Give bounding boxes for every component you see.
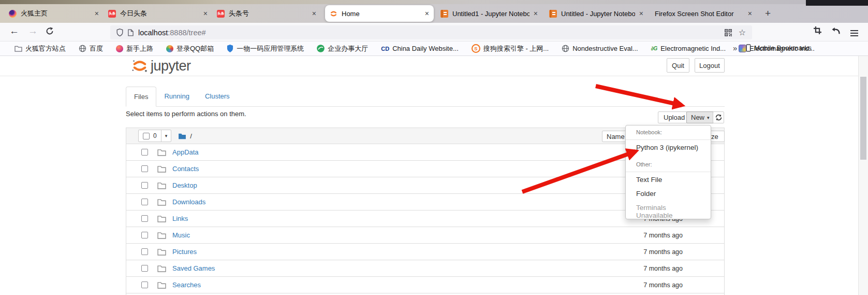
select-dropdown-button[interactable]: ▾	[161, 130, 171, 142]
refresh-button[interactable]	[713, 111, 724, 123]
file-link[interactable]: Searches	[172, 281, 201, 289]
file-link[interactable]: Downloads	[172, 198, 205, 206]
row-checkbox[interactable]	[141, 199, 148, 205]
breadcrumb-folder-icon[interactable]	[178, 133, 186, 139]
bookmark-item[interactable]: 火狐官方站点	[14, 44, 66, 53]
menu-header-other: Other:	[626, 160, 711, 170]
logout-button[interactable]: Logout	[695, 58, 725, 73]
caret-down-icon: ▾	[165, 133, 168, 138]
row-checkbox[interactable]	[141, 215, 148, 222]
row-checkbox[interactable]	[141, 182, 148, 189]
quit-button[interactable]: Quit	[667, 58, 689, 73]
jupyter-tab-strip: Files Running Clusters	[126, 87, 725, 107]
browser-tab-untitled[interactable]: Untitled - Jupyter Notebook ×	[545, 5, 648, 22]
green-portal-icon	[317, 45, 325, 52]
mobile-bookmarks[interactable]: Mobile Bookmarks	[746, 44, 812, 52]
toutiao-favicon: 头条	[108, 10, 116, 18]
menu-icon[interactable]	[850, 29, 858, 38]
bookmark-item[interactable]: Nondestructive Eval...	[562, 45, 638, 52]
back-icon[interactable]: ←	[9, 26, 19, 36]
menu-item-folder[interactable]: Folder	[626, 188, 711, 202]
scrollbar-thumb[interactable]	[860, 77, 866, 160]
browser-tab-firefox-home[interactable]: 火狐主页 ×	[4, 5, 104, 22]
selected-count: 0	[153, 132, 157, 139]
bookmark-item[interactable]: 一物一码应用管理系统	[227, 44, 304, 53]
file-link[interactable]: Saved Games	[172, 264, 215, 272]
folder-icon	[14, 45, 22, 52]
jupyter-logo[interactable]: jupyter	[131, 57, 191, 75]
close-icon[interactable]: ×	[639, 10, 643, 17]
row-checkbox[interactable]	[141, 265, 148, 272]
bookmark-item[interactable]: 登录QQ邮箱	[166, 44, 214, 53]
qq-mail-icon	[166, 45, 173, 52]
row-checkbox[interactable]	[141, 248, 148, 255]
folder-icon	[157, 199, 166, 206]
file-link[interactable]: Music	[172, 231, 190, 239]
menu-item-text-file[interactable]: Text File	[626, 174, 711, 188]
firefox-favicon	[9, 10, 17, 18]
url-path: :8888/tree#	[168, 29, 205, 37]
menu-divider	[626, 172, 711, 172]
bookmark-item[interactable]: 百度	[79, 44, 103, 53]
file-link[interactable]: AppData	[172, 148, 199, 156]
row-checkbox[interactable]	[141, 232, 148, 238]
reload-icon[interactable]	[46, 27, 54, 35]
page-scrollbar[interactable]	[858, 56, 868, 295]
browser-tab-screenshot-editor[interactable]: Firefox Screen Shot Editor ×	[650, 5, 757, 22]
close-icon[interactable]: ×	[312, 10, 316, 17]
close-icon[interactable]: ×	[95, 10, 99, 17]
phone-icon	[746, 44, 751, 52]
file-link[interactable]: Desktop	[172, 181, 197, 189]
bookmarks-overflow-icon[interactable]: »	[733, 44, 737, 52]
jupyter-favicon	[330, 10, 337, 18]
close-icon[interactable]: ×	[534, 10, 538, 17]
bookmark-item[interactable]: 企业办事大厅	[317, 44, 368, 53]
undo-icon[interactable]	[831, 27, 841, 35]
new-tab-icon[interactable]: +	[765, 8, 771, 19]
row-checkbox[interactable]	[141, 282, 148, 288]
firefox-getting-started-icon	[116, 45, 123, 52]
menu-item-python3[interactable]: Python 3 (ipykernel)	[626, 142, 711, 156]
notebook-favicon	[549, 10, 557, 18]
tab-title: 头条号	[229, 9, 308, 18]
close-icon[interactable]: ×	[748, 10, 752, 17]
qr-code-icon[interactable]	[725, 29, 732, 36]
upload-button[interactable]: Upload	[658, 111, 690, 123]
close-icon[interactable]: ×	[425, 10, 429, 17]
row-checkbox[interactable]	[141, 165, 148, 172]
og-icon: ∂G	[651, 46, 658, 51]
bookmark-item[interactable]: 新手上路	[116, 44, 153, 53]
last-modified: 7 months ago	[643, 248, 683, 256]
folder-icon	[157, 165, 166, 173]
file-link[interactable]: Links	[172, 215, 188, 222]
browser-tab-untitled1[interactable]: Untitled1 - Jupyter Notebook ×	[436, 5, 542, 22]
file-link[interactable]: Pictures	[172, 248, 197, 256]
browser-tab-toutiaohao[interactable]: 头条 头条号 ×	[212, 5, 321, 22]
new-button[interactable]: New ▾	[686, 111, 714, 123]
page-icon	[128, 29, 134, 36]
select-all-checkbox[interactable]	[143, 133, 150, 139]
bookmark-star-icon[interactable]: ☆	[739, 29, 746, 37]
breadcrumb-path: /	[190, 132, 192, 140]
toutiao-favicon: 头条	[217, 10, 225, 18]
file-link[interactable]: Contacts	[172, 165, 199, 173]
bookmark-item[interactable]: ∂G Electromagnetic Ind...	[651, 45, 726, 52]
close-icon[interactable]: ×	[203, 10, 208, 17]
browser-tab-toutiao[interactable]: 头条 今日头条 ×	[104, 5, 212, 22]
caret-down-icon: ▾	[707, 115, 710, 120]
globe-icon	[562, 45, 569, 52]
row-checkbox[interactable]	[141, 149, 148, 156]
table-row: Pictures 7 months ago	[126, 244, 725, 260]
screenshot-crop-icon[interactable]	[814, 26, 821, 34]
site-shield-icon[interactable]	[116, 29, 123, 36]
bookmark-item[interactable]: S 搜狗搜索引擎 - 上网...	[472, 44, 549, 53]
tab-clusters[interactable]: Clusters	[197, 87, 238, 106]
url-bar[interactable]: localhost :8888/tree# ☆	[110, 25, 752, 39]
last-modified: 7 months ago	[643, 282, 683, 289]
menu-header-notebook: Notebook:	[626, 128, 711, 137]
tab-files[interactable]: Files	[126, 87, 156, 107]
tab-running[interactable]: Running	[156, 87, 197, 106]
browser-tab-home-active[interactable]: Home ×	[325, 5, 434, 22]
bookmark-item[interactable]: CD China Daily Website...	[381, 45, 459, 52]
new-menu: Notebook: Python 3 (ipykernel) Other: Te…	[625, 125, 711, 219]
